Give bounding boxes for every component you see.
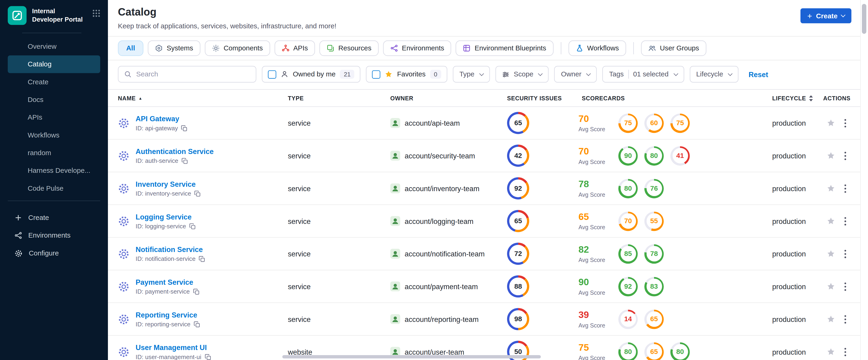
filter-scope-dropdown[interactable]: Scope: [496, 66, 549, 83]
row-menu-icon[interactable]: [844, 151, 846, 160]
lifecycle-cell: production: [772, 315, 823, 323]
entity-name-link[interactable]: User Management UI: [135, 343, 211, 352]
favorite-star-icon[interactable]: [827, 282, 835, 291]
row-menu-icon[interactable]: [844, 118, 846, 128]
copy-icon[interactable]: [205, 354, 211, 360]
sidebar-bottom: CreateEnvironmentsConfigure: [0, 206, 108, 262]
entity-name-link[interactable]: Reporting Service: [135, 311, 200, 319]
sidebar-item-workflows[interactable]: Workflows: [8, 126, 100, 144]
row-menu-icon[interactable]: [844, 347, 846, 357]
horizontal-scrollbar-thumb[interactable]: [282, 355, 541, 358]
column-label: SECURITY ISSUES: [507, 95, 562, 101]
sidebar-item-configure[interactable]: Configure: [8, 244, 100, 262]
favorite-star-icon[interactable]: [827, 184, 835, 193]
row-menu-icon[interactable]: [844, 216, 846, 226]
sidebar-item-code-pulse[interactable]: Code Pulse: [8, 180, 100, 197]
entity-type: service: [288, 217, 311, 225]
column-header-name[interactable]: NAME▲: [118, 95, 288, 101]
row-menu-icon[interactable]: [844, 249, 846, 259]
copy-icon[interactable]: [194, 190, 200, 196]
tab-all[interactable]: All: [118, 40, 144, 56]
scorecard-ring: 70: [618, 211, 638, 231]
vertical-scrollbar[interactable]: [860, 0, 868, 360]
favorites-checkbox[interactable]: [372, 70, 381, 79]
tab-user-groups[interactable]: User Groups: [641, 40, 706, 56]
copy-icon[interactable]: [194, 321, 200, 327]
copy-icon[interactable]: [181, 125, 187, 131]
lifecycle-value: production: [772, 217, 806, 225]
name-cell: User Management UIID: user-management-ui: [118, 343, 288, 360]
column-header-type[interactable]: TYPE: [288, 95, 390, 101]
favorite-star-icon[interactable]: [827, 348, 835, 356]
actions-cell: [823, 151, 860, 160]
sidebar-item-harness-develope[interactable]: Harness Develope...: [8, 162, 100, 179]
favorite-star-icon[interactable]: [827, 249, 835, 258]
sidebar-item-docs[interactable]: Docs: [8, 91, 100, 109]
sidebar-item-environments[interactable]: Environments: [8, 227, 100, 244]
row-menu-icon[interactable]: [844, 314, 846, 324]
owner-cell: account/payment-team: [391, 281, 498, 292]
copy-icon[interactable]: [193, 288, 199, 294]
column-header-lifecycle[interactable]: LIFECYCLE: [772, 95, 823, 101]
scorecard-value: 65: [650, 348, 658, 356]
owner-cell: account/inventory-team: [391, 183, 498, 193]
column-header-actions[interactable]: ACTIONS: [823, 95, 860, 101]
entity-name-link[interactable]: Notification Service: [135, 245, 205, 254]
entity-name-link[interactable]: Inventory Service: [135, 180, 200, 188]
owner-name: account/api-team: [405, 119, 460, 127]
create-button[interactable]: + Create: [801, 8, 851, 23]
filter-tags-dropdown[interactable]: Tags01 selected: [602, 66, 684, 83]
search-box: [118, 66, 256, 83]
filter-lifecycle-dropdown[interactable]: Lifecycle: [689, 66, 739, 83]
entity-name-link[interactable]: Payment Service: [135, 278, 199, 287]
tab-workflows[interactable]: Workflows: [568, 40, 626, 56]
copy-icon[interactable]: [182, 158, 188, 164]
sort-icon: [809, 95, 813, 101]
security-issues-ring: 65: [507, 210, 529, 232]
entity-name-link[interactable]: API Gateway: [135, 115, 187, 123]
owner-name: account/user-team: [405, 348, 464, 356]
favorite-star-icon[interactable]: [827, 118, 835, 127]
favorite-star-icon[interactable]: [827, 315, 835, 324]
owned-by-me-count: 21: [340, 70, 354, 79]
sidebar-item-random[interactable]: random: [8, 144, 100, 162]
favorites-filter[interactable]: Favorites 0: [366, 66, 447, 83]
column-header-security-issues[interactable]: SECURITY ISSUES: [498, 95, 573, 101]
filter-owner-dropdown[interactable]: Owner: [554, 66, 597, 83]
owned-by-me-filter[interactable]: Owned by me 21: [262, 66, 361, 83]
tab-environment-blueprints[interactable]: Environment Blueprints: [456, 40, 553, 56]
entity-name-link[interactable]: Authentication Service: [135, 147, 214, 156]
sidebar-item-overview[interactable]: Overview: [8, 38, 100, 55]
search-input[interactable]: [136, 70, 250, 78]
entity-id: ID: logging-service: [135, 223, 186, 230]
entity-name-link[interactable]: Logging Service: [135, 213, 195, 221]
sidebar-item-apis[interactable]: APIs: [8, 109, 100, 126]
tab-resources[interactable]: Resources: [319, 40, 379, 56]
sidebar-item-create[interactable]: Create: [8, 209, 100, 227]
reset-filters-link[interactable]: Reset: [748, 70, 768, 79]
sidebar-item-catalog[interactable]: Catalog: [8, 56, 100, 73]
favorite-star-icon[interactable]: [827, 151, 835, 160]
row-menu-icon[interactable]: [844, 184, 846, 193]
tab-systems[interactable]: Systems: [148, 40, 200, 56]
copy-icon[interactable]: [199, 256, 205, 262]
copy-icon[interactable]: [189, 223, 195, 229]
column-header-owner[interactable]: OWNER: [391, 95, 498, 101]
actions-cell: [823, 216, 860, 226]
tab-environments[interactable]: Environments: [383, 40, 451, 56]
favorite-star-icon[interactable]: [827, 217, 835, 226]
tab-components[interactable]: Components: [205, 40, 270, 56]
column-header-scorecards[interactable]: SCORECARDS: [573, 95, 772, 101]
row-menu-icon[interactable]: [844, 282, 846, 291]
app-logo[interactable]: [8, 6, 27, 25]
owner-scm-icon: [391, 249, 400, 259]
owned-by-me-checkbox[interactable]: [268, 70, 276, 79]
table-row: Payment ServiceID: payment-serviceservic…: [108, 270, 868, 303]
sidebar-item-create[interactable]: Create: [8, 73, 100, 91]
tab-apis[interactable]: APIs: [275, 40, 315, 56]
filter-type-dropdown[interactable]: Type: [453, 66, 490, 83]
vertical-scrollbar-thumb[interactable]: [862, 4, 866, 34]
app-switcher-icon[interactable]: [92, 6, 100, 17]
avg-score: 70Avg Score: [579, 114, 611, 132]
scorecards-cell: 70Avg Score756075: [573, 113, 772, 132]
